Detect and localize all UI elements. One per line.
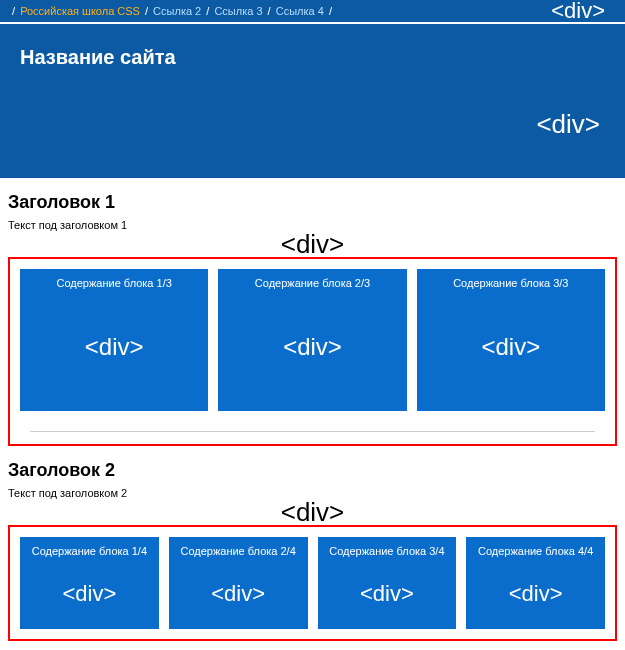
div-tag-label: <div> [211, 581, 265, 607]
block-1-1: Содержание блока 1/3 <div> [20, 269, 208, 411]
breadcrumb-sep: / [206, 5, 209, 17]
site-title: Название сайта [20, 46, 605, 69]
section-2-heading: Заголовок 2 [8, 460, 617, 481]
breadcrumb-sep: / [329, 5, 332, 17]
breadcrumb-sep: / [145, 5, 148, 17]
div-tag-label: <div> [62, 581, 116, 607]
block-1-2: Содержание блока 2/3 <div> [218, 269, 406, 411]
breadcrumb-sep: / [12, 5, 15, 17]
hero-banner: Название сайта <div> [0, 23, 625, 178]
breadcrumb-nav: / Российская школа CSS / Ссылка 2 / Ссыл… [0, 0, 625, 23]
block-container-2: <div> Содержание блока 1/4 <div> Содержа… [8, 525, 617, 641]
block-row: Содержание блока 1/3 <div> Содержание бл… [20, 269, 605, 411]
div-tag-label: <div> [85, 333, 144, 361]
block-2-1: Содержание блока 1/4 <div> [20, 537, 159, 629]
section-1: Заголовок 1 Текст под заголовком 1 <div>… [0, 178, 625, 446]
breadcrumb-link-3[interactable]: Ссылка 3 [214, 5, 262, 17]
div-tag-label: <div> [360, 581, 414, 607]
block-2-2: Содержание блока 2/4 <div> [169, 537, 308, 629]
block-1-3: Содержание блока 3/3 <div> [417, 269, 605, 411]
div-tag-label: <div> [509, 581, 563, 607]
breadcrumb-link-2[interactable]: Ссылка 2 [153, 5, 201, 17]
section-1-heading: Заголовок 1 [8, 192, 617, 213]
div-tag-label: <div> [551, 0, 605, 24]
breadcrumb-link-4[interactable]: Ссылка 4 [276, 5, 324, 17]
block-title: Содержание блока 3/4 [322, 545, 453, 557]
block-2-3: Содержание блока 3/4 <div> [318, 537, 457, 629]
div-tag-label: <div> [281, 229, 345, 260]
breadcrumb-sep: / [268, 5, 271, 17]
block-title: Содержание блока 2/4 [173, 545, 304, 557]
divider [30, 431, 595, 432]
block-container-1: <div> Содержание блока 1/3 <div> Содержа… [8, 257, 617, 446]
block-title: Содержание блока 1/3 [24, 277, 204, 289]
block-title: Содержание блока 2/3 [222, 277, 402, 289]
block-title: Содержание блока 1/4 [24, 545, 155, 557]
breadcrumb-link-1[interactable]: Российская школа CSS [20, 5, 140, 17]
block-2-4: Содержание блока 4/4 <div> [466, 537, 605, 629]
div-tag-label: <div> [536, 109, 600, 140]
div-tag-label: <div> [283, 333, 342, 361]
div-tag-label: <div> [281, 497, 345, 528]
div-tag-label: <div> [481, 333, 540, 361]
block-title: Содержание блока 4/4 [470, 545, 601, 557]
block-row: Содержание блока 1/4 <div> Содержание бл… [20, 537, 605, 629]
section-2: Заголовок 2 Текст под заголовком 2 <div>… [0, 446, 625, 641]
block-title: Содержание блока 3/3 [421, 277, 601, 289]
